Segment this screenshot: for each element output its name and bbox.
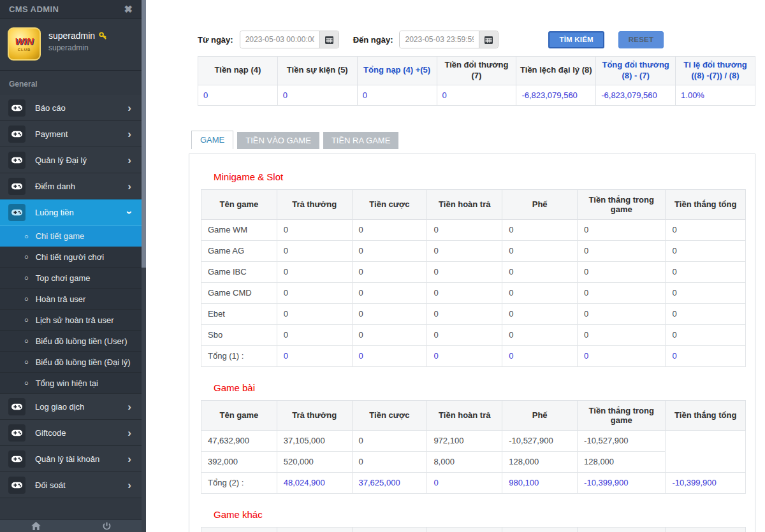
submenu-item-label: Chi tiết game — [36, 231, 85, 241]
table-cell: 0 — [502, 261, 578, 282]
table-cell: 392,000 — [201, 451, 277, 472]
chevron-right-icon: › — [126, 480, 133, 491]
tab-tien-vao-game[interactable]: TIỀN VÀO GAME — [237, 132, 319, 149]
total-cell: 0 — [666, 345, 746, 366]
total-cell: 0 — [427, 472, 502, 493]
table-cell: 0 — [427, 282, 502, 303]
gamepad-icon — [8, 477, 26, 494]
total-cell: 37,625,000 — [352, 472, 427, 493]
sidebar-item-quan-ly-tai-khoan[interactable]: Quản lý tài khoản› — [0, 446, 142, 472]
power-icon[interactable] — [103, 522, 111, 531]
main-content: Từ ngày: Đến ngày: TÌM KIẾM RESET Tiền n… — [146, 0, 765, 532]
sidebar-item-quan-ly-dai-ly[interactable]: Quản lý Đại lý› — [0, 147, 142, 173]
table-cell: 0 — [352, 303, 427, 324]
circle-icon: ○ — [24, 379, 29, 387]
to-date-label: Đến ngày: — [353, 35, 393, 45]
table-total-row: Tổng (2) :48,024,90037,625,0000980,100-1… — [201, 472, 746, 493]
sidebar-section-label: General — [0, 71, 142, 95]
sidebar-item-label: Log giao dịch — [35, 402, 126, 412]
section-game-bai: Game bàiTên gameTrả thưởngTiền cượcTiền … — [201, 382, 746, 494]
sidebar-item-diem-danh[interactable]: Điểm danh› — [0, 173, 142, 199]
search-button[interactable]: TÌM KIẾM — [548, 31, 604, 48]
tab-game[interactable]: GAME — [191, 131, 233, 149]
tab-bar: GAMETIỀN VÀO GAMETIỀN RA GAME — [191, 131, 755, 149]
section-title: Game khác — [214, 509, 746, 520]
home-icon[interactable] — [31, 522, 41, 530]
column-header: Phế — [502, 189, 578, 219]
sidebar-item-giftcode[interactable]: Giftcode› — [0, 420, 142, 446]
submenu-item-bieu-do-luong-tien-dai-ly[interactable]: ○Biểu đồ luồng tiền (Đại lý) — [0, 352, 142, 373]
from-calendar-button[interactable] — [319, 31, 339, 48]
submenu-item-label: Hoàn trả user — [36, 294, 86, 304]
submenu-item-label: Lịch sử hoàn trả user — [36, 315, 114, 325]
summary-column-header: Tiền lệch đại lý (8) — [516, 57, 596, 85]
chevron-right-icon: › — [126, 155, 133, 166]
to-date-input[interactable] — [400, 31, 479, 48]
sidebar-item-doi-soat[interactable]: Đối soát› — [0, 472, 142, 498]
submenu-item-bieu-do-luong-tien-user[interactable]: ○Biểu đồ luồng tiền (User) — [0, 331, 142, 352]
summary-value-cell: 1.00% — [676, 85, 755, 105]
sidebar-item-label: Điểm danh — [35, 182, 126, 191]
total-cell: 0 — [427, 345, 502, 366]
total-cell: Tổng (2) : — [201, 472, 277, 493]
submenu-item-label: Top chơi game — [36, 273, 91, 283]
table-cell: 0 — [427, 219, 502, 240]
submenu-item-tong-win-hien-tai[interactable]: ○Tổng win hiện tại — [0, 373, 142, 394]
column-header: Tiền cược — [352, 527, 427, 532]
sidebar-item-bao-cao[interactable]: Báo cáo› — [0, 95, 142, 121]
from-date-input[interactable] — [240, 31, 319, 48]
submenu-item-top-choi-game[interactable]: ○Top chơi game — [0, 268, 142, 289]
table-cell: -10,527,900 — [502, 430, 578, 451]
summary-column-header: Tiền sự kiện (5) — [277, 57, 357, 85]
from-date-label: Từ ngày: — [198, 35, 233, 45]
table-cell: 0 — [352, 261, 427, 282]
table-cell: 0 — [427, 261, 502, 282]
table-cell: 0 — [427, 240, 502, 261]
total-cell: -10,399,900 — [666, 472, 746, 493]
section-title: Minigame & Slot — [214, 171, 746, 182]
sidebar-item-payment[interactable]: Payment› — [0, 121, 142, 147]
chevron-right-icon: › — [126, 181, 133, 192]
submenu-item-lich-su-hoan-tra-user[interactable]: ○Lịch sử hoàn trả user — [0, 310, 142, 331]
table-cell: 0 — [502, 282, 578, 303]
column-header: Tiền hoàn trả — [427, 400, 502, 430]
sidebar-submenu: ○Chi tiết game○Chi tiết người chơi○Top c… — [0, 226, 142, 394]
avatar: WIN CLUB — [8, 27, 41, 61]
submenu-item-chi-tiet-game[interactable]: ○Chi tiết game — [0, 226, 142, 247]
close-icon[interactable]: ✖ — [124, 4, 133, 15]
table-cell: 0 — [666, 240, 746, 261]
table-cell: 972,100 — [427, 430, 502, 451]
sidebar-item-log-giao-dich[interactable]: Log giao dịch› — [0, 394, 142, 420]
submenu-item-label: Tổng win hiện tại — [36, 378, 98, 388]
submenu-item-chi-tiet-nguoi-choi[interactable]: ○Chi tiết người chơi — [0, 247, 142, 268]
column-header: Tiền cược — [352, 189, 427, 219]
table-cell: 0 — [277, 240, 352, 261]
key-icon — [99, 32, 107, 40]
total-cell: 0 — [502, 345, 578, 366]
reset-button[interactable]: RESET — [618, 31, 664, 48]
summary-value-cell: -6,823,079,560 — [516, 85, 596, 105]
to-calendar-button[interactable] — [479, 31, 498, 48]
sidebar-item-luong-tien[interactable]: Luồng tiền› — [0, 199, 142, 226]
section-game-khac: Game khácTên gameTrả thưởngTiền cượcTiền… — [201, 509, 746, 532]
table-cell: 0 — [277, 282, 352, 303]
table-cell: -10,527,900 — [578, 430, 666, 451]
column-header: Phế — [502, 527, 578, 532]
summary-value-cell: -6,823,079,560 — [596, 85, 676, 105]
sidebar-scrollbar[interactable] — [142, 0, 146, 532]
sidebar-menu: Báo cáo›Payment›Quản lý Đại lý›Điểm danh… — [0, 95, 142, 498]
table-cell: 520,000 — [277, 451, 352, 472]
sidebar-item-label: Quản lý tài khoản — [35, 454, 126, 464]
gamepad-icon — [8, 450, 26, 468]
table-cell: 0 — [578, 240, 666, 261]
circle-icon: ○ — [24, 358, 29, 366]
table-header-row: Tên gameTrả thưởngTiền cượcTiền hoàn trả… — [201, 527, 746, 532]
tab-tien-ra-game[interactable]: TIỀN RA GAME — [323, 132, 398, 149]
table-cell: 0 — [666, 324, 746, 345]
table-cell: 0 — [666, 261, 746, 282]
column-header: Tiền thắng tổng — [666, 527, 746, 532]
table-cell: 0 — [277, 219, 352, 240]
gamepad-icon — [8, 178, 26, 195]
avatar-text: WIN — [15, 36, 33, 46]
submenu-item-hoan-tra-user[interactable]: ○Hoàn trả user — [0, 289, 142, 310]
